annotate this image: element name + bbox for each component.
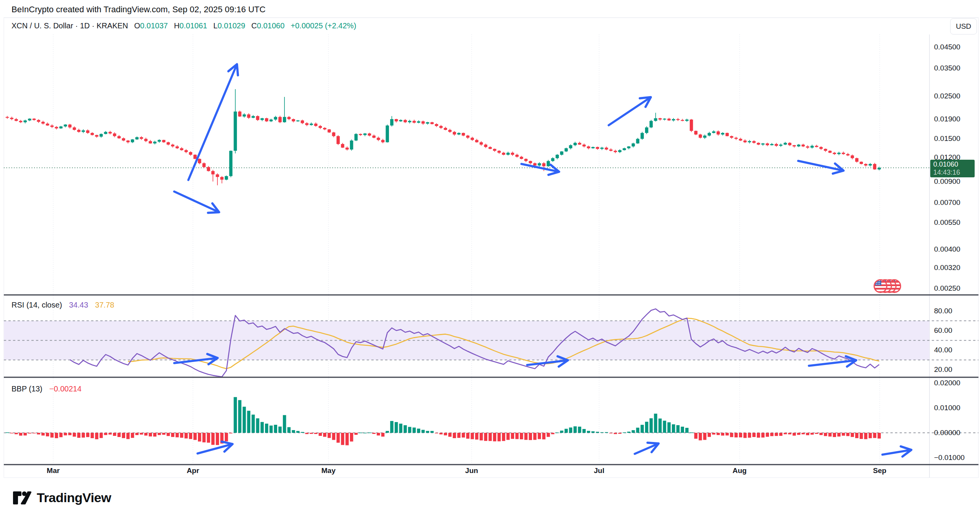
- candle-body: [462, 133, 465, 136]
- bbp-bar: [377, 433, 380, 435]
- candle-body: [345, 147, 349, 149]
- bbp-bar: [430, 431, 434, 433]
- candle-body: [305, 123, 309, 125]
- candle-body: [524, 159, 528, 161]
- candle-body: [185, 150, 188, 152]
- candle-body: [46, 124, 49, 126]
- bbp-bar: [520, 433, 523, 439]
- bbp-bar: [712, 433, 715, 435]
- rsi-legend[interactable]: RSI (14, close) 34.43 37.78: [11, 301, 114, 309]
- bbp-bar: [301, 432, 304, 433]
- bbp-histogram[interactable]: [6, 397, 881, 445]
- price-axis-tick: 0.01500: [934, 134, 960, 143]
- bbp-bar: [55, 433, 58, 438]
- bbp-bar: [640, 425, 644, 433]
- candle-body: [573, 143, 577, 145]
- bbp-bar: [19, 433, 23, 435]
- bbp-bar: [842, 433, 845, 436]
- bbp-bar: [395, 422, 398, 433]
- candle-body: [739, 139, 742, 140]
- bbp-bar: [788, 433, 792, 434]
- candle-body: [712, 131, 715, 133]
- candle-body: [73, 128, 76, 130]
- price-axis-tick: 0.01900: [934, 115, 960, 124]
- candle-body: [15, 119, 18, 121]
- bbp-value: −0.00214: [49, 385, 82, 393]
- candle-body: [833, 153, 836, 154]
- bbp-bar: [332, 433, 335, 440]
- rsi-axis-tick: 40.00: [934, 345, 952, 355]
- candle-body: [23, 120, 27, 122]
- bbp-bar: [203, 433, 206, 442]
- bbp-bar: [506, 433, 510, 440]
- bbp-bar: [247, 411, 250, 433]
- symbol-legend[interactable]: XCN / U. S. Dollar · 1D · KRAKEN O0.0103…: [11, 21, 356, 30]
- candle-body: [775, 144, 778, 146]
- candle-body: [122, 138, 125, 141]
- bbp-bar: [869, 433, 872, 438]
- candlestick-series[interactable]: [6, 89, 881, 185]
- bbp-bar: [23, 433, 27, 435]
- bbp-bar: [614, 433, 617, 434]
- time-axis-month: Jun: [465, 467, 478, 475]
- candle-body: [658, 118, 662, 119]
- candle-body: [395, 119, 398, 121]
- chart-canvas[interactable]: [0, 0, 980, 514]
- candle-body: [203, 163, 206, 167]
- candle-body: [640, 133, 644, 139]
- bbp-bar: [864, 433, 867, 439]
- candle-body: [466, 136, 470, 138]
- rsi-title: RSI (14, close): [11, 301, 62, 309]
- bbp-axis-tick: −0.01000: [934, 453, 965, 462]
- candle-body: [278, 117, 282, 122]
- time-axis-month: Aug: [733, 467, 747, 475]
- bbp-axis-tick: 0.00000: [934, 428, 960, 437]
- bbp-bar: [413, 427, 416, 433]
- bbp-bar: [752, 433, 756, 437]
- candle-body: [560, 151, 564, 155]
- bbp-bar: [672, 424, 675, 433]
- candle-body: [730, 136, 733, 138]
- tradingview-footer[interactable]: TradingView: [11, 490, 111, 505]
- candle-body: [529, 161, 532, 163]
- candle-body: [511, 153, 514, 155]
- bbp-bar: [323, 433, 327, 437]
- currency-toggle-button[interactable]: USD: [950, 18, 977, 34]
- candle-body: [761, 143, 765, 144]
- candle-body: [788, 143, 792, 145]
- bbp-bar: [238, 400, 242, 433]
- candle-body: [864, 164, 867, 165]
- candle-body: [211, 171, 215, 175]
- bbp-bar: [470, 433, 474, 439]
- price-axis-tick: 0.00400: [934, 245, 960, 254]
- bbp-bar: [632, 430, 635, 433]
- bbp-bar: [310, 433, 313, 434]
- bbp-bar: [511, 433, 514, 439]
- bbp-bar: [131, 433, 134, 438]
- bbp-bar: [144, 433, 148, 435]
- bbp-bar: [261, 422, 264, 433]
- bbp-bar: [833, 433, 836, 437]
- us-flag-stack-icon: [874, 279, 901, 293]
- bbp-legend[interactable]: BBP (13) −0.00214: [11, 385, 82, 393]
- time-axis-month: Mar: [47, 467, 60, 475]
- bbp-bar: [623, 432, 626, 433]
- candle-body: [650, 121, 653, 128]
- bar-countdown: 14:43:16: [933, 169, 975, 177]
- candle-body: [690, 119, 693, 131]
- candle-body: [663, 119, 666, 119]
- symbol-name[interactable]: XCN / U. S. Dollar · 1D · KRAKEN: [11, 21, 128, 30]
- candle-body: [189, 152, 193, 155]
- bbp-bar: [761, 433, 765, 437]
- candle-body: [386, 126, 389, 142]
- candle-body: [770, 144, 774, 145]
- candle-body: [417, 121, 420, 123]
- candle-body: [135, 137, 139, 139]
- candle-body: [318, 126, 322, 128]
- bbp-bar: [488, 433, 492, 441]
- candle-body: [238, 111, 242, 116]
- bbp-bar: [15, 433, 18, 434]
- candle-body: [247, 115, 250, 118]
- bbp-bar: [390, 421, 394, 433]
- bbp-bar: [708, 433, 711, 437]
